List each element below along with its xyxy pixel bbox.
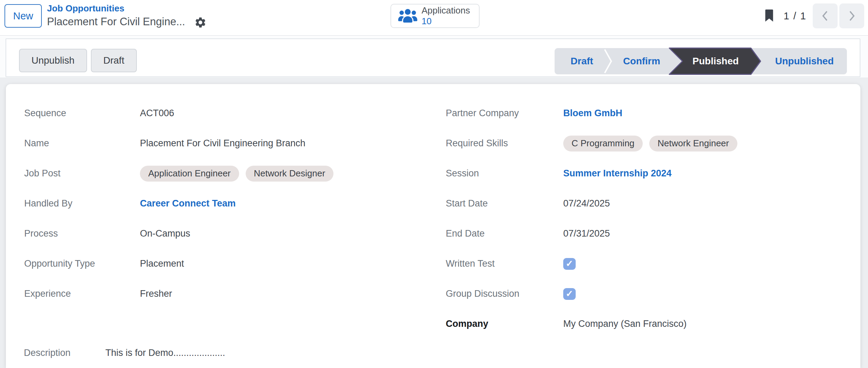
field-label-description: Description (24, 348, 105, 358)
pager-counter: 1 / 1 (780, 9, 810, 23)
field-value-name[interactable]: Placement For Civil Engineering Branch (140, 138, 305, 149)
field-value-wrap-opportunity-type: Placement (140, 258, 184, 269)
applications-stat-button[interactable]: Applications 10 (390, 4, 480, 28)
field-row-partner-company: Partner CompanyBloem GmbH (446, 98, 853, 128)
field-value-wrap-required-skills: C ProgrammingNetwork Engineer (563, 136, 744, 151)
bookmark-icon[interactable] (764, 9, 774, 22)
step-separator-chevron-icon (603, 48, 613, 74)
tag-network-engineer[interactable]: Network Engineer (649, 136, 737, 151)
field-value-end-date[interactable]: 07/31/2025 (563, 228, 610, 239)
page-title: Placement For Civil Engine... (47, 15, 185, 29)
field-row-session: SessionSummer Internship 2024 (446, 158, 853, 188)
field-label-group-discussion: Group Discussion (446, 288, 563, 299)
field-value-wrap-process: On-Campus (140, 228, 190, 239)
breadcrumb: Job Opportunities Placement For Civil En… (47, 2, 207, 29)
field-label-company: Company (446, 319, 563, 329)
field-value-process[interactable]: On-Campus (140, 228, 190, 239)
field-value-description[interactable]: This is for Demo.................... (105, 348, 225, 358)
checkbox-written-test[interactable]: ✓ (563, 258, 576, 270)
field-row-start-date: Start Date07/24/2025 (446, 188, 853, 219)
field-value-wrap-job-post: Application EngineerNetwork Designer (140, 166, 340, 182)
field-label-opportunity-type: Opportunity Type (24, 258, 140, 269)
checkmark-icon: ✓ (566, 289, 573, 298)
field-link-bloem-gmbh[interactable]: Bloem GmbH (563, 108, 622, 119)
status-step-unpublished[interactable]: Unpublished (762, 48, 847, 74)
field-value-wrap-start-date: 07/24/2025 (563, 198, 610, 209)
field-label-partner-company: Partner Company (446, 108, 563, 119)
form-left-column: SequenceACT006NamePlacement For Civil En… (24, 98, 428, 309)
field-value-wrap-name: Placement For Civil Engineering Branch (140, 138, 305, 149)
applications-button-text: Applications 10 (422, 5, 470, 27)
field-label-written-test: Written Test (446, 258, 563, 269)
control-panel-header: New Job Opportunities Placement For Civi… (0, 0, 868, 36)
pager-previous-button[interactable] (813, 3, 838, 28)
tag-application-engineer[interactable]: Application Engineer (140, 166, 239, 182)
field-value-wrap-sequence: ACT006 (140, 108, 174, 119)
field-row-name: NamePlacement For Civil Engineering Bran… (24, 128, 428, 158)
draft-button[interactable]: Draft (91, 49, 137, 72)
checkmark-icon: ✓ (566, 259, 573, 268)
field-label-session: Session (446, 168, 563, 179)
field-link-summer-internship-2024[interactable]: Summer Internship 2024 (563, 168, 672, 179)
field-row-company: CompanyMy Company (San Francisco) (446, 309, 853, 339)
field-value-wrap-company: My Company (San Francisco) (563, 319, 687, 329)
field-value-wrap-partner-company: Bloem GmbH (563, 108, 622, 119)
status-step-confirm[interactable]: Confirm (614, 48, 669, 74)
status-pipeline: Draft Confirm Published Unpublished (555, 48, 847, 74)
unpublish-button[interactable]: Unpublish (19, 49, 87, 72)
applications-count: 10 (422, 16, 432, 27)
field-row-opportunity-type: Opportunity TypePlacement (24, 249, 428, 279)
field-value-company[interactable]: My Company (San Francisco) (563, 319, 687, 329)
field-label-experience: Experience (24, 288, 140, 299)
field-row-required-skills: Required SkillsC ProgrammingNetwork Engi… (446, 128, 853, 158)
tag-c-programming[interactable]: C Programming (563, 136, 643, 151)
field-row-experience: ExperienceFresher (24, 279, 428, 309)
field-value-wrap-end-date: 07/31/2025 (563, 228, 610, 239)
gear-icon[interactable] (194, 16, 207, 29)
field-link-career-connect-team[interactable]: Career Connect Team (140, 198, 236, 209)
status-step-published-label: Published (679, 47, 752, 75)
breadcrumb-link-job-opportunities[interactable]: Job Opportunities (47, 2, 124, 14)
field-value-wrap-session: Summer Internship 2024 (563, 168, 672, 179)
status-step-published-active[interactable]: Published (669, 47, 762, 75)
field-value-experience[interactable]: Fresher (140, 288, 172, 299)
field-label-start-date: Start Date (446, 198, 563, 209)
field-row-written-test: Written Test✓ (446, 249, 853, 279)
field-label-name: Name (24, 138, 140, 149)
field-row-sequence: SequenceACT006 (24, 98, 428, 128)
field-value-wrap-handled-by: Career Connect Team (140, 198, 236, 209)
new-button[interactable]: New (4, 4, 42, 28)
field-label-handled-by: Handled By (24, 198, 140, 209)
field-label-job-post: Job Post (24, 168, 140, 179)
field-value-sequence[interactable]: ACT006 (140, 108, 174, 119)
field-label-required-skills: Required Skills (446, 138, 563, 149)
field-row-job-post: Job PostApplication EngineerNetwork Desi… (24, 158, 428, 188)
field-row-group-discussion: Group Discussion✓ (446, 279, 853, 309)
field-value-start-date[interactable]: 07/24/2025 (563, 198, 610, 209)
checkbox-group-discussion[interactable]: ✓ (563, 288, 576, 300)
form-right-column: Partner CompanyBloem GmbHRequired Skills… (446, 98, 853, 339)
field-label-sequence: Sequence (24, 108, 140, 119)
tag-network-designer[interactable]: Network Designer (246, 166, 334, 182)
field-label-process: Process (24, 228, 140, 239)
applications-label: Applications (422, 5, 470, 16)
field-label-end-date: End Date (446, 228, 563, 239)
pager-next-button[interactable] (839, 3, 864, 28)
field-value-wrap-experience: Fresher (140, 288, 172, 299)
field-value-opportunity-type[interactable]: Placement (140, 258, 184, 269)
form-content-area: SequenceACT006NamePlacement For Civil En… (0, 77, 868, 368)
people-group-icon (397, 8, 418, 24)
record-title-row: Placement For Civil Engine... (47, 15, 207, 29)
field-row-process: ProcessOn-Campus (24, 219, 428, 249)
field-row-handled-by: Handled ByCareer Connect Team (24, 188, 428, 219)
job-opportunity-form-view: New Job Opportunities Placement For Civi… (0, 0, 868, 368)
field-row-description: Description This is for Demo............… (24, 338, 225, 368)
field-value-wrap-written-test: ✓ (563, 258, 576, 270)
field-value-wrap-group-discussion: ✓ (563, 288, 576, 300)
field-row-end-date: End Date07/31/2025 (446, 219, 853, 249)
statusbar-row: Unpublish Draft Draft Confirm Published … (0, 37, 868, 77)
statusbar-container: Unpublish Draft Draft Confirm Published … (6, 38, 860, 77)
status-step-draft[interactable]: Draft (556, 48, 608, 74)
form-sheet: SequenceACT006NamePlacement For Civil En… (6, 84, 860, 368)
